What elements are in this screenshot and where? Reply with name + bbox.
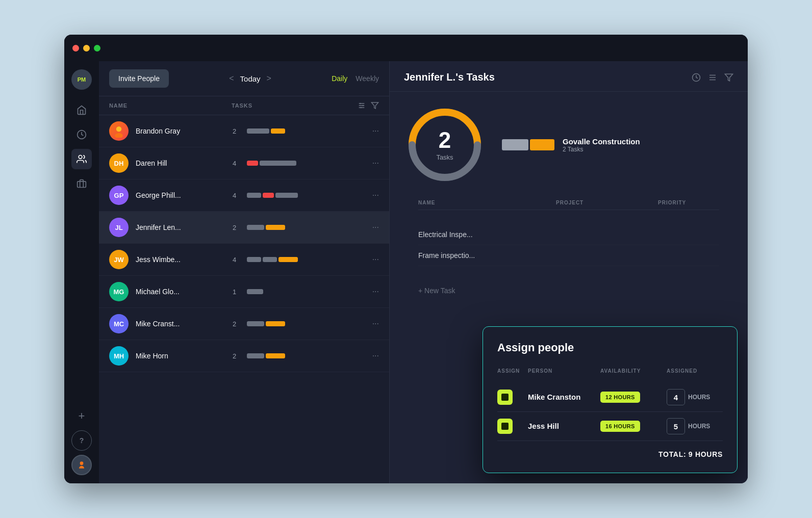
task-bars-jennifer-len xyxy=(247,225,367,230)
name-daren-hill: Daren Hill xyxy=(136,159,233,167)
tasks-header: Jennifer L.'s Tasks xyxy=(390,61,748,92)
bar-seg xyxy=(266,225,285,230)
bar-seg xyxy=(247,289,263,294)
svg-point-9 xyxy=(360,107,362,109)
task-row-frame[interactable]: Frame inspectio... xyxy=(418,245,719,266)
task-bars-jess-wimbe xyxy=(247,257,367,262)
task-bars-george-phill xyxy=(247,193,367,198)
avatar-mike-horn: MH xyxy=(109,346,129,366)
next-arrow[interactable]: > xyxy=(267,74,271,83)
settings-icon[interactable] xyxy=(708,73,717,82)
more-button-jennifer-len[interactable]: ··· xyxy=(372,223,379,232)
more-button-george-phill[interactable]: ··· xyxy=(372,191,379,200)
today-label: Today xyxy=(240,74,261,83)
person-row-brandon-gray[interactable]: Brandon Gray 2 ··· xyxy=(99,115,389,147)
name-mike-horn: Mike Horn xyxy=(136,352,233,360)
tasks-table-header: NAME PROJECT PRIORITY xyxy=(418,196,719,210)
filter-tasks-icon[interactable] xyxy=(724,73,733,82)
col-header-assign: ASSIGN xyxy=(497,368,520,374)
person-row-jennifer-len[interactable]: JL Jennifer Len... 2 ··· xyxy=(99,212,389,244)
checkbox-jess-hill[interactable] xyxy=(497,419,513,434)
sidebar-item-help[interactable]: ? xyxy=(71,430,92,451)
svg-point-3 xyxy=(80,461,84,465)
more-button-daren-hill[interactable]: ··· xyxy=(372,159,379,168)
legend-area: Govalle Construction 2 Tasks xyxy=(502,137,640,153)
avatar-brandon-gray xyxy=(109,121,129,141)
daily-view-button[interactable]: Daily xyxy=(332,74,347,83)
more-button-brandon-gray[interactable]: ··· xyxy=(372,126,379,136)
time-icon[interactable] xyxy=(692,73,701,82)
minimize-button[interactable] xyxy=(83,45,90,51)
modal-person-row-mike-cranston: Mike Cranston 12 HOURS 4 HOURS xyxy=(497,383,723,412)
sidebar-item-briefcase[interactable] xyxy=(71,173,92,194)
icon-sidebar: PM xyxy=(64,61,99,483)
more-button-jess-wimbe[interactable]: ··· xyxy=(372,255,379,264)
sidebar-item-add[interactable]: + xyxy=(71,406,92,426)
task-name-electrical: Electrical Inspe... xyxy=(418,230,556,239)
filter-icon[interactable] xyxy=(371,101,379,110)
bar-seg xyxy=(263,257,277,262)
sidebar-item-clock[interactable] xyxy=(71,124,92,145)
svg-point-1 xyxy=(79,156,82,159)
more-button-mike-horn[interactable]: ··· xyxy=(372,351,379,360)
task-row-electrical[interactable]: Electrical Inspe... xyxy=(418,224,719,245)
sliders-icon[interactable] xyxy=(358,101,366,110)
task-bars-daren-hill xyxy=(247,161,367,166)
svg-point-11 xyxy=(116,126,121,132)
person-row-mike-horn[interactable]: MH Mike Horn 2 ··· xyxy=(99,340,389,372)
donut-label: Tasks xyxy=(436,153,453,161)
legend-project-name: Govalle Construction xyxy=(563,137,640,146)
col-header-assigned: ASSIGNED xyxy=(667,368,697,374)
person-row-mike-cranst[interactable]: MC Mike Cranst... 2 ··· xyxy=(99,308,389,340)
task-bars-mike-cranst xyxy=(247,321,367,326)
checkbox-inner xyxy=(501,423,509,430)
bar-seg xyxy=(275,193,298,198)
person-row-jess-wimbe[interactable]: JW Jess Wimbe... 4 ··· xyxy=(99,244,389,276)
modal-name-mike-cranston: Mike Cranston xyxy=(528,393,580,401)
maximize-button[interactable] xyxy=(94,45,100,51)
sidebar-item-home[interactable] xyxy=(71,100,92,120)
assigned-box-jess-hill: 5 HOURS xyxy=(667,418,710,434)
people-table-header: NAME TASKS xyxy=(99,96,389,115)
invite-people-button[interactable]: Invite People xyxy=(109,69,169,88)
person-row-michael-glo[interactable]: MG Michael Glo... 1 ··· xyxy=(99,276,389,308)
bar-seg xyxy=(247,193,261,198)
name-jennifer-len: Jennifer Len... xyxy=(136,223,233,231)
weekly-view-button[interactable]: Weekly xyxy=(356,74,379,83)
checkbox-mike-cranston[interactable] xyxy=(497,390,513,405)
svg-marker-10 xyxy=(371,102,378,109)
col-header-name: NAME xyxy=(109,102,232,109)
assigned-num-jess-hill: 5 xyxy=(667,418,685,434)
tasks-panel: Jennifer L.'s Tasks xyxy=(390,61,748,483)
task-count-george-phill: 4 xyxy=(233,192,247,199)
more-button-mike-cranst[interactable]: ··· xyxy=(372,319,379,328)
task-bars-mike-horn xyxy=(247,353,367,358)
person-row-daren-hill[interactable]: DH Daren Hill 4 ··· xyxy=(99,147,389,179)
task-count-jennifer-len: 2 xyxy=(233,224,247,231)
name-michael-glo: Michael Glo... xyxy=(136,288,233,296)
assigned-label-mike-cranston: HOURS xyxy=(688,394,710,401)
new-task-button[interactable]: + New Task xyxy=(404,280,733,301)
avatar-daren-hill: DH xyxy=(109,153,129,173)
avatar-jennifer-len: JL xyxy=(109,218,129,237)
tasks-panel-title: Jennifer L.'s Tasks xyxy=(404,71,495,83)
date-navigation: < Today > xyxy=(169,74,332,83)
assign-people-modal: Assign people ASSIGN PERSON AVAILABILITY… xyxy=(483,326,738,473)
bar-seg xyxy=(271,128,285,134)
donut-count: 2 xyxy=(436,129,453,151)
traffic-lights xyxy=(72,45,100,51)
sidebar-item-people[interactable] xyxy=(71,149,92,169)
prev-arrow[interactable]: < xyxy=(229,74,234,83)
name-jess-wimbe: Jess Wimbe... xyxy=(136,255,233,264)
modal-total: TOTAL: 9 HOURS xyxy=(497,450,723,458)
task-bars-brandon-gray xyxy=(247,128,367,134)
task-count-daren-hill: 4 xyxy=(233,160,247,167)
close-button[interactable] xyxy=(72,45,79,51)
avail-badge-mike-cranston: 12 HOURS xyxy=(600,392,640,403)
sidebar-user-avatar[interactable] xyxy=(71,455,92,475)
svg-point-7 xyxy=(360,103,361,105)
more-button-michael-glo[interactable]: ··· xyxy=(372,287,379,296)
avatar-george-phill: GP xyxy=(109,186,129,205)
person-row-george-phill[interactable]: GP George Phill... 4 ··· xyxy=(99,179,389,212)
tasks-rows: Electrical Inspe... Frame inspectio... xyxy=(404,220,733,270)
